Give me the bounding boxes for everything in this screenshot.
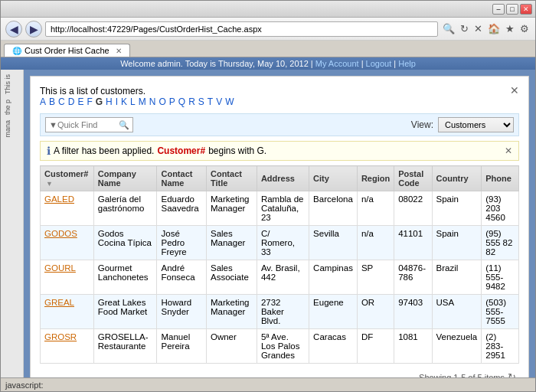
cell-city: Eugene [309, 295, 358, 329]
cell-region: n/a [357, 191, 394, 226]
tools-icon[interactable]: ⚙ [518, 21, 531, 36]
cell-postal_code: 1081 [394, 329, 432, 364]
customer-link-GROSR[interactable]: GROSR [44, 332, 77, 341]
alpha-v[interactable]: V [216, 96, 222, 107]
status-bar: javascript: [1, 377, 535, 391]
table-row: GODOSGodos Cocina TípicaJosé Pedro Freyr… [41, 226, 519, 260]
cell-country: Spain [432, 226, 482, 260]
alpha-m[interactable]: M [139, 96, 146, 107]
cell-customer_id: GALED [41, 191, 94, 226]
cell-address: 2732 Baker Blvd. [257, 295, 309, 329]
col-country[interactable]: Country [432, 166, 482, 191]
alpha-f[interactable]: F [87, 96, 92, 107]
col-contact-name-label: Contact Name [161, 169, 192, 188]
col-address[interactable]: Address [257, 166, 309, 191]
help-link[interactable]: Help [398, 59, 416, 68]
search-icon[interactable]: 🔍 [441, 21, 456, 36]
alpha-i[interactable]: I [116, 96, 118, 107]
quick-find-input[interactable] [57, 120, 119, 129]
col-postal-code[interactable]: Postal Code [394, 166, 432, 191]
welcome-text: Welcome admin. Today is Thursday, May 10… [120, 59, 309, 68]
alpha-q[interactable]: Q [178, 96, 185, 107]
alpha-t[interactable]: T [208, 96, 213, 107]
maximize-button[interactable]: □ [506, 4, 518, 15]
page-container: This is a list of customers. ✕ A B C D E… [30, 76, 529, 377]
alpha-d[interactable]: D [68, 96, 75, 107]
col-customer-id[interactable]: Customer# ▼ [41, 166, 94, 191]
home-icon[interactable]: 🏠 [486, 21, 502, 36]
filter-bar: ▼ 🔍 View: Customers All Customers [40, 113, 519, 136]
cell-city: Sevilla [309, 226, 358, 260]
browser-window: – □ ✕ ◀ ▶ 🔍 ↻ ✕ 🏠 ★ ⚙ 🌐 Cust Order Hist … [0, 0, 536, 392]
alpha-k[interactable]: K [121, 96, 127, 107]
title-bar-buttons: – □ ✕ [492, 4, 532, 15]
alpha-r[interactable]: R [188, 96, 195, 107]
cell-address: Rambla de Cataluña, 23 [257, 191, 309, 226]
back-button[interactable]: ◀ [5, 21, 22, 38]
alpha-a[interactable]: A [40, 96, 46, 107]
sidebar-item-3[interactable]: mana [2, 119, 21, 139]
stop-icon[interactable]: ✕ [472, 21, 484, 36]
cell-city: Barcelona [309, 191, 358, 226]
sidebar-item-2[interactable]: the p [2, 98, 21, 116]
refresh-nav-icon[interactable]: ↻ [459, 21, 470, 36]
quick-find-dropdown-icon[interactable]: ▼ [49, 120, 57, 129]
cell-address: C/ Romero, 33 [257, 226, 309, 260]
address-bar[interactable] [45, 21, 438, 37]
sidebar-item-1[interactable]: This is [2, 73, 21, 96]
forward-button[interactable]: ▶ [25, 21, 42, 38]
filter-notice: ℹ A filter has been applied. Customer# b… [40, 141, 519, 161]
alpha-p[interactable]: P [169, 96, 175, 107]
info-icon: ℹ [47, 145, 51, 157]
cell-company_name: GROSELLA-Restaurante [93, 329, 157, 364]
cell-region: n/a [357, 226, 394, 260]
logout-link[interactable]: Logout [366, 59, 392, 68]
view-select[interactable]: Customers All Customers [438, 117, 514, 132]
alpha-h[interactable]: H [106, 96, 113, 107]
col-company-name-label: Company Name [98, 169, 136, 188]
close-button[interactable]: ✕ [520, 4, 532, 15]
my-account-link[interactable]: My Account [315, 59, 359, 68]
table-footer: Showing 1-5 of 5 items ↻ [40, 368, 519, 377]
alpha-c[interactable]: C [58, 96, 65, 107]
cell-city: Campinas [309, 260, 358, 295]
alpha-o[interactable]: O [159, 96, 165, 107]
customer-link-GREAL[interactable]: GREAL [44, 298, 74, 307]
customer-link-GOURL[interactable]: GOURL [44, 263, 76, 273]
favorites-icon[interactable]: ★ [504, 21, 516, 36]
col-contact-title[interactable]: Contact Title [206, 166, 257, 191]
alpha-l[interactable]: L [130, 96, 136, 107]
alpha-s[interactable]: S [198, 96, 204, 107]
page-close-button[interactable]: ✕ [510, 84, 519, 96]
col-region[interactable]: Region [357, 166, 394, 191]
alpha-n[interactable]: N [149, 96, 156, 107]
cell-customer_id: GOURL [41, 260, 94, 295]
alpha-e[interactable]: E [77, 96, 83, 107]
filter-close-button[interactable]: ✕ [505, 145, 512, 156]
cell-customer_id: GODOS [41, 226, 94, 260]
cell-contact_title: Sales Associate [206, 260, 257, 295]
customer-link-GODOS[interactable]: GODOS [44, 229, 77, 238]
col-company-name[interactable]: Company Name [93, 166, 157, 191]
alpha-g[interactable]: G [96, 96, 103, 107]
minimize-button[interactable]: – [492, 4, 505, 15]
customer-link-GALED[interactable]: GALED [44, 194, 74, 204]
col-phone[interactable]: Phone [482, 166, 519, 191]
cell-phone: (93) 203 4560 [482, 191, 519, 226]
customers-table: Customer# ▼ Company Name Contact Name Co… [40, 165, 519, 364]
page-header: This is a list of customers. ✕ [40, 86, 519, 96]
cell-country: Brazil [432, 260, 482, 295]
cell-postal_code: 04876-786 [394, 260, 432, 295]
cell-region: DF [357, 329, 394, 364]
col-city[interactable]: City [309, 166, 358, 191]
filter-notice-text: A filter has been applied. [54, 145, 154, 156]
cell-contact_title: Marketing Manager [206, 295, 257, 329]
quick-find-search-icon[interactable]: 🔍 [119, 120, 129, 130]
active-tab[interactable]: 🌐 Cust Order Hist Cache ✕ [4, 44, 130, 57]
refresh-icon[interactable]: ↻ [508, 371, 516, 377]
col-contact-name[interactable]: Contact Name [157, 166, 206, 191]
tab-close-icon[interactable]: ✕ [116, 47, 122, 55]
cell-address: 5ª Ave. Los Palos Grandes [257, 329, 309, 364]
alpha-w[interactable]: W [225, 96, 234, 107]
alpha-b[interactable]: B [49, 96, 55, 107]
